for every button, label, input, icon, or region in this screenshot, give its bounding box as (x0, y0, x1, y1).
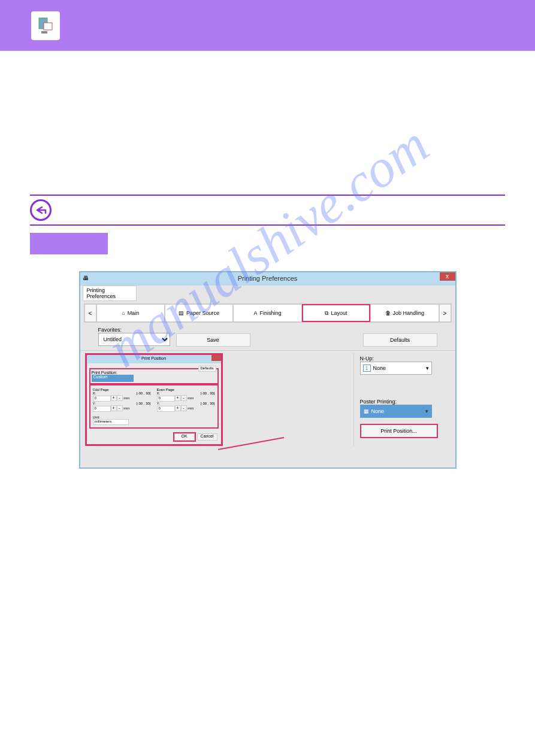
printing-preferences-window: 🖶 Printing Preferences x Printing Prefer… (79, 271, 457, 469)
inc-button[interactable]: + (111, 405, 117, 411)
unit-select[interactable]: millimeters (93, 419, 129, 425)
pp-dialog-title: Print Position (141, 356, 166, 360)
nup-badge-icon: 1 (363, 365, 371, 372)
dec-button[interactable]: - (181, 395, 187, 401)
tab-job-handling[interactable]: 🗑Job Handling (370, 304, 439, 322)
poster-select[interactable]: ▦ None ▾ (360, 405, 432, 418)
pp-close-button[interactable] (211, 355, 221, 361)
dialog-tab[interactable]: Printing Preferences (83, 286, 137, 301)
nup-label: N-Up: (360, 356, 437, 362)
layout-icon: ⧉ (325, 310, 328, 317)
tab-main[interactable]: ⌂Main (96, 304, 165, 322)
print-position-button[interactable]: Print Position... (360, 424, 438, 438)
chevron-down-icon: ▾ (426, 365, 429, 371)
printer-doc-icon (30, 10, 61, 41)
home-icon: ⌂ (122, 310, 125, 316)
defaults-button[interactable]: Defaults (363, 333, 437, 347)
svg-rect-1 (44, 23, 52, 30)
screenshot-figure: 🖶 Printing Preferences x Printing Prefer… (30, 271, 505, 469)
favorites-label: Favorites: (98, 327, 170, 333)
svg-rect-2 (41, 31, 47, 34)
clock-icon: 🗑 (385, 310, 391, 316)
pp-position-select[interactable]: Custom (92, 375, 134, 382)
section-label-pill (30, 233, 108, 254)
poster-icon: ▦ (364, 408, 369, 414)
poster-label: Poster Printing: (360, 399, 437, 405)
dec-button[interactable]: - (117, 405, 123, 411)
pp-defaults-button[interactable]: Defaults (198, 366, 216, 372)
nup-select[interactable]: 1 None ▾ (360, 362, 432, 375)
tab-layout[interactable]: ⧉Layout (302, 304, 370, 322)
inc-button[interactable]: + (111, 395, 117, 401)
page-icon: A (253, 310, 257, 316)
tray-icon: ▤ (179, 310, 184, 316)
cancel-button[interactable]: Cancel (197, 433, 217, 441)
pp-position-label: Print Position: (92, 371, 216, 375)
save-button[interactable]: Save (176, 333, 250, 347)
even-x-input[interactable]: 0 (157, 396, 175, 402)
odd-x-input[interactable]: 0 (93, 396, 111, 402)
tab-paper-source[interactable]: ▤Paper Source (165, 304, 233, 322)
ok-button[interactable]: OK (174, 433, 195, 441)
favorites-select[interactable]: Untitled (98, 333, 170, 346)
chevron-down-icon: ▾ (425, 408, 428, 414)
window-titlebar: 🖶 Printing Preferences x (80, 272, 455, 286)
even-y-input[interactable]: 0 (157, 406, 175, 412)
tab-finishing[interactable]: AFinishing (233, 304, 301, 322)
inc-button[interactable]: + (175, 405, 181, 411)
dec-button[interactable]: - (181, 405, 187, 411)
odd-y-input[interactable]: 0 (93, 406, 111, 412)
dec-button[interactable]: - (117, 395, 123, 401)
tabs-next-button[interactable]: > (439, 304, 451, 322)
top-header (0, 0, 535, 51)
print-position-dialog: Print Position Defaults Print Position: … (85, 353, 223, 446)
inc-button[interactable]: + (175, 395, 181, 401)
divider (30, 224, 505, 226)
tabs-prev-button[interactable]: < (84, 304, 96, 322)
tabs-row: < ⌂Main ▤Paper Source AFinishing ⧉Layout… (84, 303, 452, 323)
printer-icon: 🖶 (83, 275, 89, 281)
window-title: Printing Preferences (238, 275, 298, 282)
close-button[interactable]: x (440, 272, 455, 281)
back-arrow-button[interactable] (30, 199, 52, 221)
